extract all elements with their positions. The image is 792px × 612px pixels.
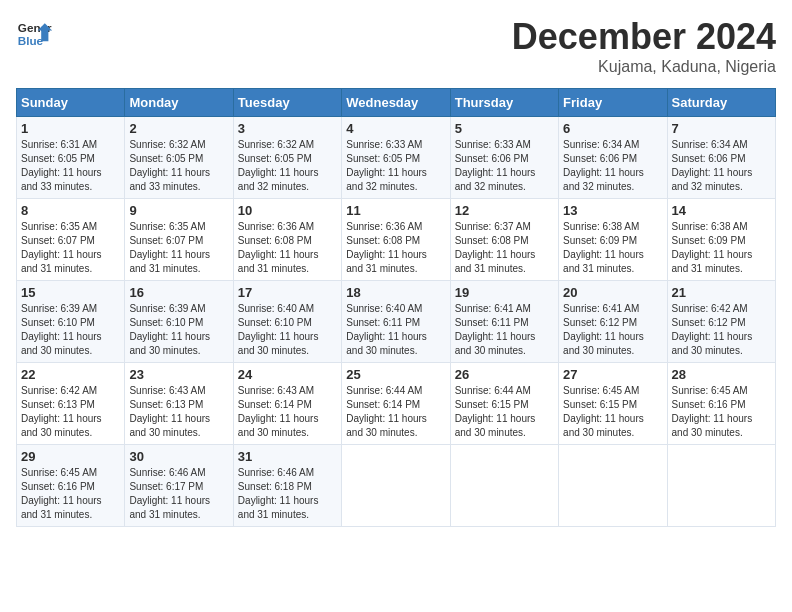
day-info: Sunrise: 6:42 AMSunset: 6:12 PMDaylight:… (672, 302, 771, 358)
calendar-week-row: 22Sunrise: 6:42 AMSunset: 6:13 PMDayligh… (17, 363, 776, 445)
day-info: Sunrise: 6:37 AMSunset: 6:08 PMDaylight:… (455, 220, 554, 276)
day-info: Sunrise: 6:40 AMSunset: 6:10 PMDaylight:… (238, 302, 337, 358)
day-info: Sunrise: 6:34 AMSunset: 6:06 PMDaylight:… (563, 138, 662, 194)
weekday-header-row: SundayMondayTuesdayWednesdayThursdayFrid… (17, 89, 776, 117)
day-info: Sunrise: 6:43 AMSunset: 6:13 PMDaylight:… (129, 384, 228, 440)
day-number: 6 (563, 121, 662, 136)
day-info: Sunrise: 6:42 AMSunset: 6:13 PMDaylight:… (21, 384, 120, 440)
calendar-cell (342, 445, 450, 527)
weekday-header: Friday (559, 89, 667, 117)
calendar-week-row: 1Sunrise: 6:31 AMSunset: 6:05 PMDaylight… (17, 117, 776, 199)
calendar-cell: 31Sunrise: 6:46 AMSunset: 6:18 PMDayligh… (233, 445, 341, 527)
day-info: Sunrise: 6:36 AMSunset: 6:08 PMDaylight:… (238, 220, 337, 276)
day-number: 27 (563, 367, 662, 382)
day-info: Sunrise: 6:46 AMSunset: 6:18 PMDaylight:… (238, 466, 337, 522)
calendar-cell: 12Sunrise: 6:37 AMSunset: 6:08 PMDayligh… (450, 199, 558, 281)
day-number: 29 (21, 449, 120, 464)
day-number: 5 (455, 121, 554, 136)
day-number: 1 (21, 121, 120, 136)
day-info: Sunrise: 6:46 AMSunset: 6:17 PMDaylight:… (129, 466, 228, 522)
calendar-cell: 20Sunrise: 6:41 AMSunset: 6:12 PMDayligh… (559, 281, 667, 363)
calendar-cell: 11Sunrise: 6:36 AMSunset: 6:08 PMDayligh… (342, 199, 450, 281)
day-number: 24 (238, 367, 337, 382)
day-info: Sunrise: 6:31 AMSunset: 6:05 PMDaylight:… (21, 138, 120, 194)
day-number: 13 (563, 203, 662, 218)
calendar-cell: 19Sunrise: 6:41 AMSunset: 6:11 PMDayligh… (450, 281, 558, 363)
day-number: 19 (455, 285, 554, 300)
calendar-table: SundayMondayTuesdayWednesdayThursdayFrid… (16, 88, 776, 527)
day-number: 3 (238, 121, 337, 136)
calendar-cell: 27Sunrise: 6:45 AMSunset: 6:15 PMDayligh… (559, 363, 667, 445)
calendar-week-row: 29Sunrise: 6:45 AMSunset: 6:16 PMDayligh… (17, 445, 776, 527)
day-info: Sunrise: 6:44 AMSunset: 6:14 PMDaylight:… (346, 384, 445, 440)
day-number: 22 (21, 367, 120, 382)
day-info: Sunrise: 6:36 AMSunset: 6:08 PMDaylight:… (346, 220, 445, 276)
calendar-cell: 6Sunrise: 6:34 AMSunset: 6:06 PMDaylight… (559, 117, 667, 199)
day-number: 16 (129, 285, 228, 300)
calendar-cell: 2Sunrise: 6:32 AMSunset: 6:05 PMDaylight… (125, 117, 233, 199)
day-info: Sunrise: 6:33 AMSunset: 6:05 PMDaylight:… (346, 138, 445, 194)
calendar-cell: 15Sunrise: 6:39 AMSunset: 6:10 PMDayligh… (17, 281, 125, 363)
location: Kujama, Kaduna, Nigeria (512, 58, 776, 76)
month-title: December 2024 (512, 16, 776, 58)
weekday-header: Thursday (450, 89, 558, 117)
day-number: 18 (346, 285, 445, 300)
calendar-cell: 26Sunrise: 6:44 AMSunset: 6:15 PMDayligh… (450, 363, 558, 445)
calendar-cell: 8Sunrise: 6:35 AMSunset: 6:07 PMDaylight… (17, 199, 125, 281)
weekday-header: Tuesday (233, 89, 341, 117)
day-number: 15 (21, 285, 120, 300)
logo: General Blue (16, 16, 52, 52)
day-number: 26 (455, 367, 554, 382)
day-number: 2 (129, 121, 228, 136)
day-number: 31 (238, 449, 337, 464)
day-number: 14 (672, 203, 771, 218)
day-number: 12 (455, 203, 554, 218)
day-number: 10 (238, 203, 337, 218)
day-number: 20 (563, 285, 662, 300)
day-number: 4 (346, 121, 445, 136)
calendar-cell: 25Sunrise: 6:44 AMSunset: 6:14 PMDayligh… (342, 363, 450, 445)
day-number: 11 (346, 203, 445, 218)
day-info: Sunrise: 6:33 AMSunset: 6:06 PMDaylight:… (455, 138, 554, 194)
calendar-cell: 24Sunrise: 6:43 AMSunset: 6:14 PMDayligh… (233, 363, 341, 445)
calendar-cell: 17Sunrise: 6:40 AMSunset: 6:10 PMDayligh… (233, 281, 341, 363)
calendar-cell: 10Sunrise: 6:36 AMSunset: 6:08 PMDayligh… (233, 199, 341, 281)
day-info: Sunrise: 6:44 AMSunset: 6:15 PMDaylight:… (455, 384, 554, 440)
calendar-cell: 16Sunrise: 6:39 AMSunset: 6:10 PMDayligh… (125, 281, 233, 363)
day-info: Sunrise: 6:32 AMSunset: 6:05 PMDaylight:… (129, 138, 228, 194)
day-info: Sunrise: 6:45 AMSunset: 6:16 PMDaylight:… (21, 466, 120, 522)
weekday-header: Monday (125, 89, 233, 117)
day-number: 23 (129, 367, 228, 382)
weekday-header: Sunday (17, 89, 125, 117)
calendar-cell: 4Sunrise: 6:33 AMSunset: 6:05 PMDaylight… (342, 117, 450, 199)
day-number: 21 (672, 285, 771, 300)
page-header: General Blue December 2024 Kujama, Kadun… (16, 16, 776, 76)
calendar-cell: 21Sunrise: 6:42 AMSunset: 6:12 PMDayligh… (667, 281, 775, 363)
day-info: Sunrise: 6:39 AMSunset: 6:10 PMDaylight:… (129, 302, 228, 358)
day-number: 8 (21, 203, 120, 218)
calendar-cell: 28Sunrise: 6:45 AMSunset: 6:16 PMDayligh… (667, 363, 775, 445)
day-info: Sunrise: 6:35 AMSunset: 6:07 PMDaylight:… (129, 220, 228, 276)
calendar-cell: 14Sunrise: 6:38 AMSunset: 6:09 PMDayligh… (667, 199, 775, 281)
day-number: 30 (129, 449, 228, 464)
calendar-cell: 13Sunrise: 6:38 AMSunset: 6:09 PMDayligh… (559, 199, 667, 281)
calendar-cell: 3Sunrise: 6:32 AMSunset: 6:05 PMDaylight… (233, 117, 341, 199)
calendar-cell (667, 445, 775, 527)
day-info: Sunrise: 6:35 AMSunset: 6:07 PMDaylight:… (21, 220, 120, 276)
calendar-week-row: 15Sunrise: 6:39 AMSunset: 6:10 PMDayligh… (17, 281, 776, 363)
weekday-header: Wednesday (342, 89, 450, 117)
calendar-cell: 1Sunrise: 6:31 AMSunset: 6:05 PMDaylight… (17, 117, 125, 199)
weekday-header: Saturday (667, 89, 775, 117)
calendar-cell: 9Sunrise: 6:35 AMSunset: 6:07 PMDaylight… (125, 199, 233, 281)
day-number: 9 (129, 203, 228, 218)
day-info: Sunrise: 6:38 AMSunset: 6:09 PMDaylight:… (672, 220, 771, 276)
day-info: Sunrise: 6:41 AMSunset: 6:11 PMDaylight:… (455, 302, 554, 358)
calendar-cell: 5Sunrise: 6:33 AMSunset: 6:06 PMDaylight… (450, 117, 558, 199)
svg-text:Blue: Blue (18, 34, 44, 47)
calendar-cell: 22Sunrise: 6:42 AMSunset: 6:13 PMDayligh… (17, 363, 125, 445)
calendar-week-row: 8Sunrise: 6:35 AMSunset: 6:07 PMDaylight… (17, 199, 776, 281)
calendar-cell: 23Sunrise: 6:43 AMSunset: 6:13 PMDayligh… (125, 363, 233, 445)
calendar-cell: 29Sunrise: 6:45 AMSunset: 6:16 PMDayligh… (17, 445, 125, 527)
day-info: Sunrise: 6:34 AMSunset: 6:06 PMDaylight:… (672, 138, 771, 194)
day-info: Sunrise: 6:45 AMSunset: 6:16 PMDaylight:… (672, 384, 771, 440)
